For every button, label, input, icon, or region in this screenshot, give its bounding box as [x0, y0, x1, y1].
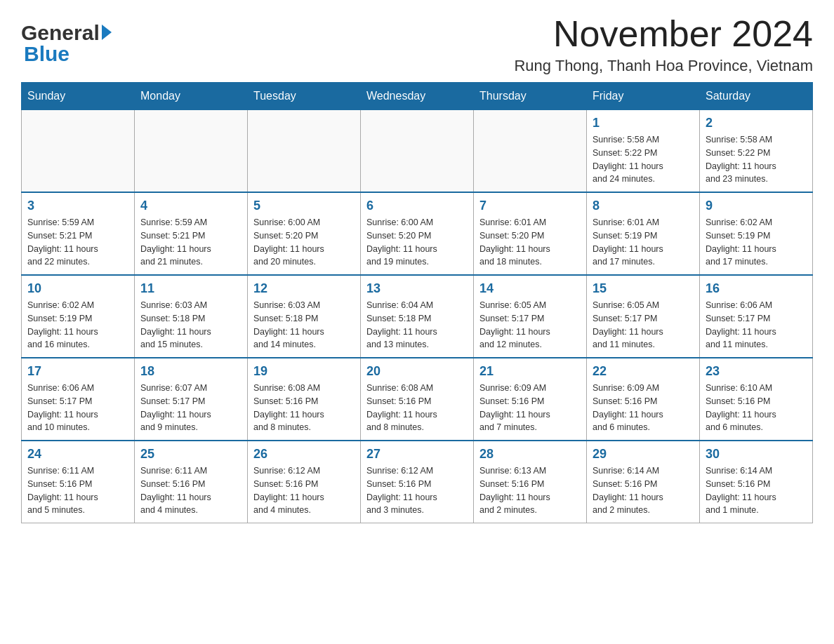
calendar-cell: 17Sunrise: 6:06 AM Sunset: 5:17 PM Dayli… [22, 358, 135, 441]
logo-general-text: General [21, 21, 100, 45]
calendar-header-friday: Friday [587, 83, 700, 110]
day-info: Sunrise: 6:09 AM Sunset: 5:16 PM Dayligh… [479, 382, 581, 434]
day-number: 27 [366, 447, 468, 462]
day-number: 17 [27, 364, 128, 379]
day-info: Sunrise: 5:58 AM Sunset: 5:22 PM Dayligh… [706, 133, 807, 186]
day-info: Sunrise: 6:14 AM Sunset: 5:16 PM Dayligh… [593, 464, 694, 517]
day-number: 11 [140, 281, 241, 296]
day-number: 4 [140, 199, 241, 213]
day-info: Sunrise: 6:00 AM Sunset: 5:20 PM Dayligh… [366, 216, 468, 269]
day-number: 9 [706, 199, 807, 213]
day-number: 22 [593, 364, 694, 379]
day-number: 21 [479, 364, 581, 379]
calendar-header-sunday: Sunday [22, 83, 135, 110]
logo-arrow-icon [102, 25, 112, 40]
calendar-cell: 11Sunrise: 6:03 AM Sunset: 5:18 PM Dayli… [135, 275, 248, 358]
day-number: 13 [366, 281, 468, 296]
header: General Blue November 2024 Rung Thong, T… [21, 14, 813, 75]
calendar-cell [474, 110, 587, 193]
calendar-cell: 10Sunrise: 6:02 AM Sunset: 5:19 PM Dayli… [22, 275, 135, 358]
calendar-header-monday: Monday [135, 83, 248, 110]
day-info: Sunrise: 6:03 AM Sunset: 5:18 PM Dayligh… [140, 299, 241, 351]
calendar-cell [135, 110, 248, 193]
day-number: 23 [706, 364, 807, 379]
calendar-cell: 24Sunrise: 6:11 AM Sunset: 5:16 PM Dayli… [22, 441, 135, 523]
calendar-week-row-1: 1Sunrise: 5:58 AM Sunset: 5:22 PM Daylig… [22, 110, 813, 193]
calendar-header-wednesday: Wednesday [361, 83, 474, 110]
calendar-week-row-5: 24Sunrise: 6:11 AM Sunset: 5:16 PM Dayli… [22, 441, 813, 523]
calendar-cell: 20Sunrise: 6:08 AM Sunset: 5:16 PM Dayli… [361, 358, 474, 441]
calendar-cell: 3Sunrise: 5:59 AM Sunset: 5:21 PM Daylig… [22, 192, 135, 275]
calendar-cell: 1Sunrise: 5:58 AM Sunset: 5:22 PM Daylig… [587, 110, 700, 193]
calendar-cell: 14Sunrise: 6:05 AM Sunset: 5:17 PM Dayli… [474, 275, 587, 358]
day-info: Sunrise: 6:12 AM Sunset: 5:16 PM Dayligh… [253, 464, 355, 517]
calendar-header-tuesday: Tuesday [248, 83, 361, 110]
logo-blue-text: Blue [24, 42, 70, 66]
day-number: 10 [27, 281, 128, 296]
day-number: 2 [706, 116, 807, 130]
calendar-cell [22, 110, 135, 193]
day-info: Sunrise: 6:08 AM Sunset: 5:16 PM Dayligh… [366, 382, 468, 434]
calendar-cell: 30Sunrise: 6:14 AM Sunset: 5:16 PM Dayli… [700, 441, 813, 523]
day-info: Sunrise: 6:02 AM Sunset: 5:19 PM Dayligh… [706, 216, 807, 269]
calendar-cell: 7Sunrise: 6:01 AM Sunset: 5:20 PM Daylig… [474, 192, 587, 275]
calendar-cell: 12Sunrise: 6:03 AM Sunset: 5:18 PM Dayli… [248, 275, 361, 358]
day-number: 18 [140, 364, 241, 379]
day-info: Sunrise: 6:09 AM Sunset: 5:16 PM Dayligh… [593, 382, 694, 434]
calendar-cell: 28Sunrise: 6:13 AM Sunset: 5:16 PM Dayli… [474, 441, 587, 523]
calendar-cell: 29Sunrise: 6:14 AM Sunset: 5:16 PM Dayli… [587, 441, 700, 523]
day-info: Sunrise: 6:05 AM Sunset: 5:17 PM Dayligh… [593, 299, 694, 351]
calendar-header-thursday: Thursday [474, 83, 587, 110]
title-area: November 2024 Rung Thong, Thanh Hoa Prov… [514, 14, 813, 75]
calendar-cell: 27Sunrise: 6:12 AM Sunset: 5:16 PM Dayli… [361, 441, 474, 523]
day-info: Sunrise: 6:11 AM Sunset: 5:16 PM Dayligh… [27, 464, 128, 517]
day-info: Sunrise: 6:03 AM Sunset: 5:18 PM Dayligh… [253, 299, 355, 351]
day-info: Sunrise: 5:58 AM Sunset: 5:22 PM Dayligh… [593, 133, 694, 186]
calendar-header-row: SundayMondayTuesdayWednesdayThursdayFrid… [22, 83, 813, 110]
day-number: 14 [479, 281, 581, 296]
calendar-cell: 26Sunrise: 6:12 AM Sunset: 5:16 PM Dayli… [248, 441, 361, 523]
day-number: 25 [140, 447, 241, 462]
calendar-cell: 21Sunrise: 6:09 AM Sunset: 5:16 PM Dayli… [474, 358, 587, 441]
calendar-cell: 6Sunrise: 6:00 AM Sunset: 5:20 PM Daylig… [361, 192, 474, 275]
day-number: 15 [593, 281, 694, 296]
day-info: Sunrise: 6:00 AM Sunset: 5:20 PM Dayligh… [253, 216, 355, 269]
calendar-subtitle: Rung Thong, Thanh Hoa Province, Vietnam [514, 57, 813, 75]
calendar-cell: 18Sunrise: 6:07 AM Sunset: 5:17 PM Dayli… [135, 358, 248, 441]
calendar-header-saturday: Saturday [700, 83, 813, 110]
day-info: Sunrise: 6:01 AM Sunset: 5:19 PM Dayligh… [593, 216, 694, 269]
calendar-week-row-4: 17Sunrise: 6:06 AM Sunset: 5:17 PM Dayli… [22, 358, 813, 441]
day-number: 28 [479, 447, 581, 462]
day-number: 7 [479, 199, 581, 213]
day-info: Sunrise: 6:05 AM Sunset: 5:17 PM Dayligh… [479, 299, 581, 351]
calendar-table: SundayMondayTuesdayWednesdayThursdayFrid… [21, 82, 813, 523]
calendar-cell: 25Sunrise: 6:11 AM Sunset: 5:16 PM Dayli… [135, 441, 248, 523]
day-info: Sunrise: 5:59 AM Sunset: 5:21 PM Dayligh… [27, 216, 128, 269]
calendar-cell: 5Sunrise: 6:00 AM Sunset: 5:20 PM Daylig… [248, 192, 361, 275]
day-info: Sunrise: 6:04 AM Sunset: 5:18 PM Dayligh… [366, 299, 468, 351]
calendar-cell [248, 110, 361, 193]
calendar-cell: 19Sunrise: 6:08 AM Sunset: 5:16 PM Dayli… [248, 358, 361, 441]
day-number: 8 [593, 199, 694, 213]
day-info: Sunrise: 6:12 AM Sunset: 5:16 PM Dayligh… [366, 464, 468, 517]
calendar-cell: 16Sunrise: 6:06 AM Sunset: 5:17 PM Dayli… [700, 275, 813, 358]
calendar-title: November 2024 [514, 14, 813, 54]
day-number: 16 [706, 281, 807, 296]
calendar-week-row-2: 3Sunrise: 5:59 AM Sunset: 5:21 PM Daylig… [22, 192, 813, 275]
logo: General Blue [21, 14, 112, 66]
day-info: Sunrise: 6:14 AM Sunset: 5:16 PM Dayligh… [706, 464, 807, 517]
calendar-cell: 13Sunrise: 6:04 AM Sunset: 5:18 PM Dayli… [361, 275, 474, 358]
calendar-cell: 8Sunrise: 6:01 AM Sunset: 5:19 PM Daylig… [587, 192, 700, 275]
day-info: Sunrise: 6:08 AM Sunset: 5:16 PM Dayligh… [253, 382, 355, 434]
day-number: 30 [706, 447, 807, 462]
day-number: 26 [253, 447, 355, 462]
day-info: Sunrise: 6:02 AM Sunset: 5:19 PM Dayligh… [27, 299, 128, 351]
day-number: 24 [27, 447, 128, 462]
day-number: 12 [253, 281, 355, 296]
day-info: Sunrise: 6:01 AM Sunset: 5:20 PM Dayligh… [479, 216, 581, 269]
calendar-cell: 23Sunrise: 6:10 AM Sunset: 5:16 PM Dayli… [700, 358, 813, 441]
day-info: Sunrise: 5:59 AM Sunset: 5:21 PM Dayligh… [140, 216, 241, 269]
calendar-cell: 4Sunrise: 5:59 AM Sunset: 5:21 PM Daylig… [135, 192, 248, 275]
calendar-cell: 22Sunrise: 6:09 AM Sunset: 5:16 PM Dayli… [587, 358, 700, 441]
day-number: 5 [253, 199, 355, 213]
